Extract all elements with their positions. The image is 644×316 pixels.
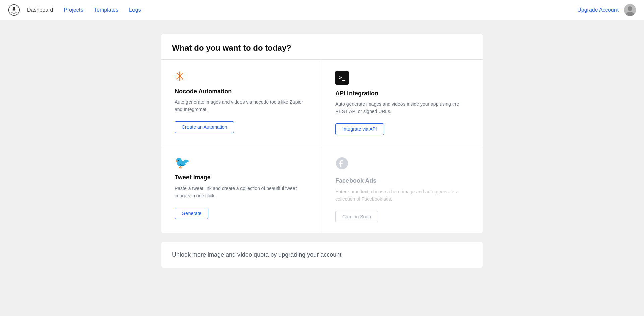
card-title: What do you want to do today? [161, 34, 483, 60]
twitter-icon: 🐦 [175, 157, 308, 169]
generate-button[interactable]: Generate [175, 208, 208, 219]
svg-point-2 [12, 8, 13, 9]
coming-soon-button: Coming Soon [335, 211, 378, 222]
nav-logs[interactable]: Logs [129, 7, 141, 13]
integrate-api-button[interactable]: Integrate via API [335, 123, 384, 135]
tweet-desc: Paste a tweet link and create a collecti… [175, 185, 308, 200]
main-content: What do you want to do today? ✳ Nocode A… [0, 20, 644, 281]
facebook-icon [335, 157, 469, 172]
create-automation-button[interactable]: Create an Automation [175, 121, 234, 133]
tweet-title: Tweet Image [175, 174, 308, 181]
svg-point-3 [15, 8, 16, 9]
nav-projects[interactable]: Projects [64, 7, 83, 13]
nocode-asterisk-icon: ✳ [175, 70, 308, 83]
header: Dashboard Projects Templates Logs Upgrad… [0, 0, 644, 20]
bottom-card: Unlock more image and video quota by upg… [161, 242, 483, 268]
facebook-desc: Enter some text, choose a hero image and… [335, 188, 469, 203]
nocode-cell: ✳ Nocode Automation Auto generate images… [161, 60, 322, 146]
nocode-title: Nocode Automation [175, 88, 308, 95]
nav-dashboard[interactable]: Dashboard [27, 7, 53, 13]
main-card: What do you want to do today? ✳ Nocode A… [161, 34, 483, 233]
api-title: API Integration [335, 90, 469, 97]
bottom-card-text: Unlock more image and video quota by upg… [172, 251, 472, 258]
nav-right: Upgrade Account [577, 4, 636, 16]
terminal-icon: >_ [335, 70, 469, 85]
svg-point-5 [628, 6, 632, 11]
facebook-title: Facebook Ads [335, 177, 469, 185]
avatar[interactable] [624, 4, 636, 16]
facebook-cell: Facebook Ads Enter some text, choose a h… [322, 146, 483, 233]
logo [8, 4, 20, 16]
nocode-desc: Auto generate images and videos via noco… [175, 98, 308, 113]
nav-links: Dashboard Projects Templates Logs [27, 7, 141, 13]
api-desc: Auto generate images and videos inside y… [335, 100, 469, 115]
nav-templates[interactable]: Templates [94, 7, 118, 13]
tweet-cell: 🐦 Tweet Image Paste a tweet link and cre… [161, 146, 322, 233]
upgrade-account-link[interactable]: Upgrade Account [577, 7, 619, 13]
api-cell: >_ API Integration Auto generate images … [322, 60, 483, 146]
options-grid: ✳ Nocode Automation Auto generate images… [161, 60, 483, 233]
